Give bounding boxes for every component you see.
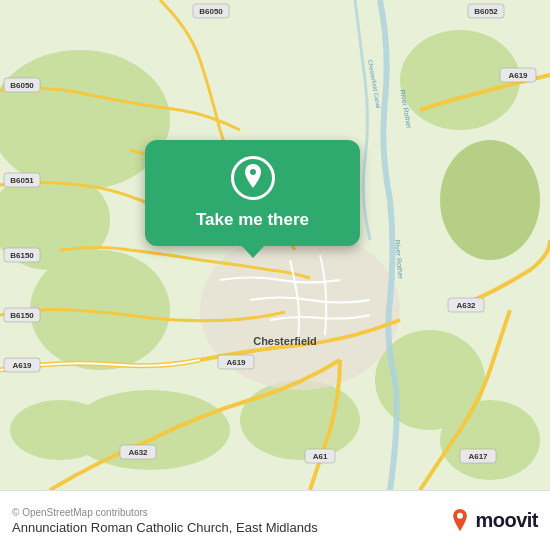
svg-text:Chesterfield: Chesterfield	[253, 335, 317, 347]
map-container: River Rother Chesterfield Canal	[0, 0, 550, 490]
copyright-text: © OpenStreetMap contributors	[12, 507, 318, 518]
moovit-text: moovit	[475, 509, 538, 532]
bottom-bar: © OpenStreetMap contributors Annunciatio…	[0, 490, 550, 550]
location-pin-icon	[231, 156, 275, 200]
moovit-logo: moovit	[450, 509, 538, 533]
svg-point-44	[250, 169, 256, 175]
svg-point-9	[10, 400, 110, 460]
moovit-pin-icon	[450, 509, 470, 533]
svg-point-45	[457, 512, 463, 518]
svg-text:A619: A619	[12, 361, 32, 370]
svg-text:B6050: B6050	[10, 81, 34, 90]
callout-card[interactable]: Take me there	[145, 140, 360, 246]
svg-text:A61: A61	[313, 452, 328, 461]
take-me-there-label: Take me there	[196, 210, 309, 230]
location-info: © OpenStreetMap contributors Annunciatio…	[12, 507, 318, 535]
svg-text:B6052: B6052	[474, 7, 498, 16]
svg-text:B6051: B6051	[10, 176, 34, 185]
svg-point-7	[240, 380, 360, 460]
place-name: Annunciation Roman Catholic Church, East…	[12, 520, 318, 535]
svg-text:A632: A632	[128, 448, 148, 457]
svg-text:B6150: B6150	[10, 311, 34, 320]
svg-text:A619: A619	[226, 358, 246, 367]
svg-text:B6050: B6050	[199, 7, 223, 16]
svg-text:A617: A617	[468, 452, 488, 461]
svg-text:A632: A632	[456, 301, 476, 310]
svg-text:A619: A619	[508, 71, 528, 80]
svg-text:B6150: B6150	[10, 251, 34, 260]
svg-point-5	[440, 140, 540, 260]
